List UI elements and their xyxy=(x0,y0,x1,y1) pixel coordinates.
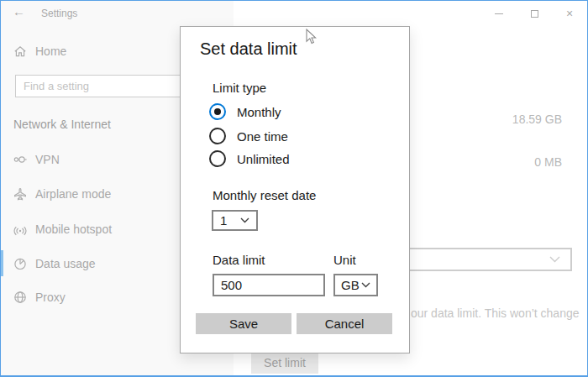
radio-button[interactable] xyxy=(209,128,226,144)
radio-option-label: Unlimited xyxy=(237,152,290,166)
radio-button-checked[interactable] xyxy=(209,103,226,120)
reset-date-value: 1 xyxy=(220,213,227,228)
chevron-down-icon xyxy=(240,217,249,223)
dialog-title: Set data limit xyxy=(200,38,297,60)
monthly-reset-date-label: Monthly reset date xyxy=(213,187,316,204)
radio-button[interactable] xyxy=(209,150,226,167)
unit-label: Unit xyxy=(333,252,356,269)
data-limit-label: Data limit xyxy=(213,252,265,269)
cancel-button[interactable]: Cancel xyxy=(297,313,392,334)
radio-option-label: One time xyxy=(237,129,288,144)
reset-date-dropdown[interactable]: 1 xyxy=(212,210,258,231)
radio-option-one-time[interactable]: One time xyxy=(209,128,288,144)
save-button[interactable]: Save xyxy=(196,313,291,334)
unit-value: GB xyxy=(341,278,360,292)
mouse-cursor xyxy=(306,29,317,45)
radio-option-label: Monthly xyxy=(237,105,281,119)
radio-option-monthly[interactable]: Monthly xyxy=(209,103,281,120)
chevron-down-icon xyxy=(361,282,370,288)
data-limit-input[interactable] xyxy=(213,274,325,296)
unit-dropdown[interactable]: GB xyxy=(333,274,378,296)
settings-window: ← Settings Home Network & Internet VPN xyxy=(0,0,588,377)
limit-type-label: Limit type xyxy=(213,80,266,97)
radio-option-unlimited[interactable]: Unlimited xyxy=(209,150,290,167)
set-data-limit-dialog: Set data limit Limit type Monthly One ti… xyxy=(180,26,410,353)
